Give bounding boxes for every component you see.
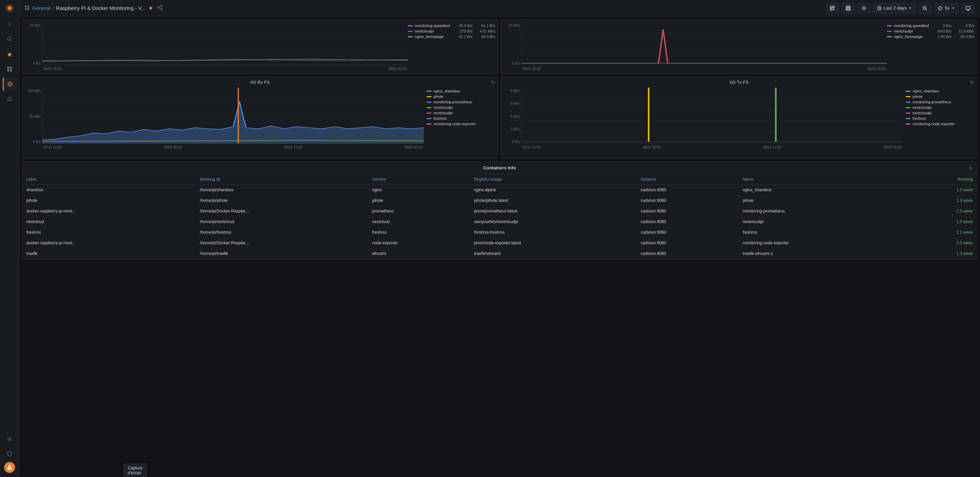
cell-instance-0: cadvisor:8080 [636, 185, 738, 195]
table-row[interactable]: docker-raspberry-pi-moni... /home/pi/Doc… [22, 206, 977, 217]
table-row[interactable]: docker-raspberry-pi-moni... /home/pi/Doc… [22, 238, 977, 249]
sidebar-bottom [3, 432, 16, 474]
io-rx-color-0 [426, 91, 431, 92]
sidebar-item-starred[interactable] [3, 47, 16, 61]
sidebar-item-dashboards[interactable] [3, 62, 16, 76]
svg-point-24 [158, 7, 159, 8]
io-tx-title: I/O Tx FS [730, 80, 749, 85]
dashboard-settings-button[interactable] [858, 3, 870, 14]
refresh-chevron-icon [951, 6, 955, 10]
containers-info-title: Containers Info [483, 165, 516, 170]
col-running[interactable]: Running [903, 174, 977, 185]
sidebar-collapse-btn[interactable] [3, 17, 16, 31]
svg-line-40 [926, 9, 927, 10]
table-row[interactable]: sharebox /home/pi/sharebox nginx nginx:a… [22, 185, 977, 195]
sidebar-item-config[interactable] [3, 433, 16, 446]
breadcrumb-home[interactable]: General [32, 5, 50, 11]
svg-line-27 [159, 8, 161, 9]
svg-rect-28 [830, 6, 832, 8]
net-tx-panel: 10 kB/s 0 B/s [501, 19, 977, 74]
net-rx-x-axis: 08/01 00:00 08/02 00:00 [42, 67, 408, 71]
cell-name-2: monitoring-prometheus [738, 206, 903, 217]
table-row[interactable]: traefik /home/pi/traefik whoami traefik/… [22, 249, 977, 259]
time-range-selector[interactable]: Last 2 days [873, 3, 916, 14]
svg-point-36 [863, 7, 865, 9]
zoom-out-button[interactable] [918, 3, 931, 14]
grafana-logo[interactable] [4, 3, 15, 14]
io-rx-legend-item-1: pihole [426, 94, 495, 98]
svg-rect-7 [10, 67, 12, 69]
io-tx-color-1 [906, 96, 910, 97]
sidebar-item-alerting[interactable] [3, 92, 16, 106]
io-tx-color-3 [906, 107, 910, 108]
col-instance[interactable]: Instance [636, 174, 738, 185]
col-registry-image[interactable]: Registry Image [470, 174, 636, 185]
table-row[interactable]: pihole /home/pi/pihole pihole pihole/pih… [22, 195, 977, 206]
cell-running-3: 1.5 week [903, 217, 977, 227]
col-name[interactable]: Name [738, 174, 903, 185]
tv-mode-button[interactable] [961, 3, 975, 14]
breadcrumb-text: General / Raspberry Pi & Docker Monitori… [32, 5, 146, 11]
y-label-10kb-tx: 10 kB/s [504, 24, 520, 27]
sidebar-item-user[interactable] [4, 462, 15, 473]
y-label-0: 0 B/s [25, 62, 41, 65]
save-dashboard-button[interactable] [842, 3, 855, 14]
cell-service-1: pihole [368, 195, 470, 206]
cell-running-4: 2.1 week [903, 227, 977, 238]
io-tx-legend-item-3: nextcloudpi [906, 105, 974, 109]
io-tx-color-4 [906, 113, 910, 114]
cell-running-6: 1.3 week [903, 249, 977, 259]
cell-working-dir-0: /home/pi/sharebox [196, 185, 368, 195]
svg-rect-20 [27, 6, 29, 8]
svg-rect-9 [10, 70, 12, 71]
sidebar-item-search[interactable] [3, 32, 16, 46]
io-rx-title: I/O Rx FS [250, 80, 270, 85]
io-rx-legend-item-4: nextcloudpi [426, 111, 495, 115]
svg-point-11 [9, 84, 11, 85]
cell-registry-image-1: pihole/pihole:latest [470, 195, 636, 206]
col-service[interactable]: Service [368, 174, 470, 185]
io-rx-legend-item-0: nginx_sharebox [426, 89, 495, 93]
table-row[interactable]: nextcloud /home/pi/nextcloud nextcloud o… [22, 217, 977, 227]
io-rx-legend-item-6: monitoring-node-exporter [426, 122, 495, 126]
sidebar-item-admin[interactable] [3, 447, 16, 461]
table-row[interactable]: freshrss /home/pi/freshrss freshrss fres… [22, 227, 977, 238]
svg-rect-21 [25, 8, 27, 10]
share-icon[interactable] [157, 5, 163, 11]
legend-item-2: nginx_homepage 41.1 B/s 60.9 B/s [408, 35, 495, 39]
cell-name-0: nginx_sharebox [738, 185, 903, 195]
io-rx-refresh-icon[interactable]: ↻ [491, 80, 495, 85]
sidebar-item-explore[interactable] [3, 77, 16, 91]
breadcrumb: General / Raspberry Pi & Docker Monitori… [25, 5, 146, 11]
io-rx-header: I/O Rx FS ↻ [22, 77, 498, 86]
cell-registry-image-0: nginx:alpine [470, 185, 636, 195]
tooltip-text: Capture d'écran [128, 466, 142, 475]
cell-running-1: 1.3 week [903, 195, 977, 206]
refresh-button[interactable]: 5s [934, 3, 959, 14]
cell-registry-image-3: ownyourbits/nextcloudpi [470, 217, 636, 227]
add-panel-button[interactable] [826, 3, 839, 14]
cell-instance-4: cadvisor:8080 [636, 227, 738, 238]
svg-rect-34 [847, 6, 849, 8]
io-tx-x-axis: 07/31 12:00 08/01 00:00 08/01 12:00 08/0… [521, 146, 903, 149]
star-icon[interactable]: ★ [148, 5, 153, 11]
net-rx-chart-plot [42, 22, 408, 65]
io-tx-refresh-icon[interactable]: ↻ [970, 80, 974, 85]
cell-label-1: pihole [22, 195, 196, 206]
io-tx-y-axis: 8 kB/s 6 kB/s 4 kB/s 2 kB/s 0 B/s [504, 87, 521, 144]
io-panels-row: I/O Rx FS ↻ 100 kB/s 50 kB/s 0 B/s [22, 77, 977, 159]
net-rx-legend: monitoring-speedtest 40.4 B/s 61.1 B/s n… [408, 22, 495, 71]
legend-color-nginx [408, 36, 413, 37]
cell-running-2: 2.5 week [903, 206, 977, 217]
io-rx-color-3 [426, 107, 431, 108]
io-rx-chart-area: 100 kB/s 50 kB/s 0 B/s [22, 86, 498, 152]
svg-rect-6 [7, 67, 9, 69]
net-tx-x-axis: 08/01 00:00 08/02 00:00 [521, 67, 887, 71]
containers-refresh-icon[interactable]: ↻ [969, 165, 973, 171]
svg-point-25 [161, 9, 162, 10]
table-header-row: Label Working dir Service Registry Image… [22, 174, 977, 185]
cell-name-5: monitoring-node-exporter [738, 238, 903, 249]
col-working-dir[interactable]: Working dir [196, 174, 368, 185]
io-rx-legend-item-3: nextcloudpi [426, 105, 495, 109]
col-label[interactable]: Label [22, 174, 196, 185]
